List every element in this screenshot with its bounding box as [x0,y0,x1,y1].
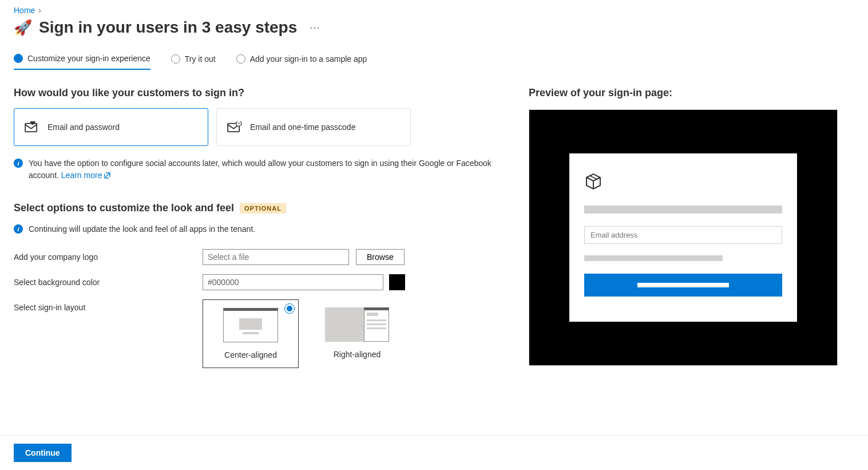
layout-label: Right-aligned [314,350,401,359]
browse-button[interactable]: Browse [356,249,405,265]
radio-filled-icon [14,54,23,63]
tab-label: Try it out [185,54,216,64]
signin-method-heading: How would you like your customers to sig… [14,87,494,99]
learn-more-link[interactable]: Learn more [61,171,111,180]
customize-note: Continuing will update the look and feel… [29,223,255,235]
bg-color-label: Select background color [14,274,203,287]
bg-color-swatch[interactable] [389,274,405,290]
placeholder-button-text [637,283,728,287]
svg-rect-0 [25,124,37,132]
layout-label: Select sign-in layout [14,299,203,312]
radio-empty-icon [171,54,180,64]
preview-title: Preview of your sign-in page: [529,87,838,99]
optional-badge: OPTIONAL [240,203,286,214]
layout-label: Center-aligned [208,350,294,360]
mail-clock-icon [227,121,242,133]
right-layout-preview-icon [325,307,389,342]
mail-shield-icon [25,121,39,133]
bg-color-input[interactable] [203,274,383,290]
logo-file-input[interactable] [203,249,349,265]
tab-label: Customize your sign-in experience [27,54,150,63]
customize-heading: Select options to customize the look and… [14,202,234,214]
method-email-passcode[interactable]: Email and one-time passcode [216,108,411,146]
preview-frame [529,109,838,366]
breadcrumb: Home › [14,6,854,15]
tab-try-it-out[interactable]: Try it out [171,54,216,70]
radio-empty-icon [236,54,245,64]
info-icon: i [14,159,23,168]
center-layout-preview-icon [223,308,278,342]
preview-email-input[interactable] [584,226,782,244]
external-link-icon [104,172,111,179]
more-icon[interactable]: ··· [310,22,320,34]
tab-customize[interactable]: Customize your sign-in experience [14,54,150,70]
rocket-icon: 🚀 [14,19,32,37]
method-email-password[interactable]: Email and password [14,108,208,146]
method-label: Email and one-time passcode [250,123,355,132]
preview-signin-card [569,153,797,322]
tabs: Customize your sign-in experience Try it… [14,54,854,70]
box-icon [584,172,603,190]
placeholder-line-short [584,255,723,261]
preview-submit-button[interactable] [584,274,782,297]
placeholder-line [584,206,782,214]
info-icon: i [14,224,23,234]
radio-selected-icon [284,303,295,314]
logo-label: Add your company logo [14,249,203,262]
chevron-right-icon: › [38,6,41,15]
layout-center-aligned[interactable]: Center-aligned [203,299,299,368]
tab-label: Add your sign-in to a sample app [250,54,367,64]
tab-add-sample-app[interactable]: Add your sign-in to a sample app [236,54,367,70]
breadcrumb-home[interactable]: Home [14,6,35,15]
method-label: Email and password [47,123,120,132]
layout-right-aligned[interactable]: Right-aligned [309,299,405,368]
page-title: Sign in your users in 3 easy steps [39,18,297,37]
info-text: You have the option to configure social … [29,157,494,181]
